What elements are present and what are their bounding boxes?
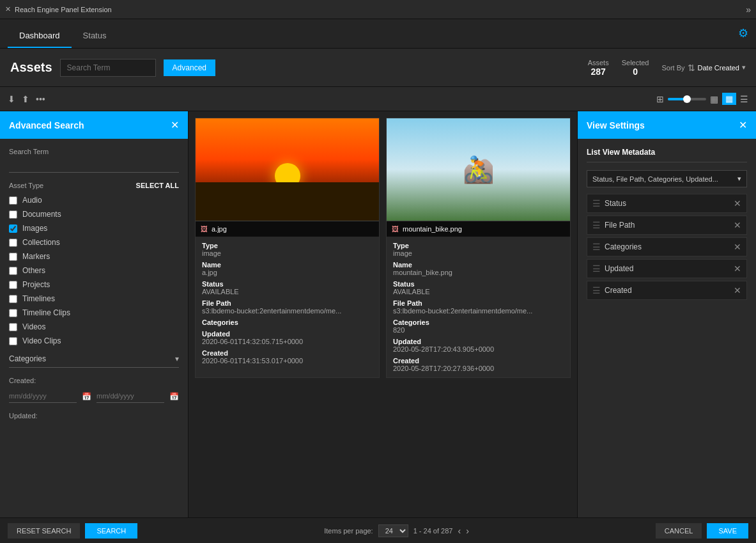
pagination-range: 1 - 24 of 287: [413, 527, 453, 535]
checkbox-timelines[interactable]: [9, 295, 17, 303]
download-icon[interactable]: ⬇: [8, 94, 15, 104]
created-from-calendar-icon[interactable]: 📅: [82, 392, 91, 401]
checkbox-documents[interactable]: [9, 210, 17, 219]
created-label: Created: [202, 349, 373, 357]
created-to-calendar-icon[interactable]: 📅: [169, 392, 179, 401]
list-item: ☰ Status ✕: [587, 194, 747, 213]
search-term-input[interactable]: [9, 158, 179, 173]
remove-metadata-button[interactable]: ✕: [734, 242, 741, 252]
table-row[interactable]: 🖼 a.jpg Type image Name a.jpg Status AVA…: [195, 118, 380, 378]
upload-icon[interactable]: ⬆: [22, 94, 29, 104]
drag-handle-icon[interactable]: ☰: [592, 242, 601, 252]
collapse-icon[interactable]: »: [746, 4, 751, 15]
checkbox-videos[interactable]: [9, 323, 17, 331]
save-button[interactable]: SAVE: [707, 523, 748, 539]
reset-search-button[interactable]: RESET SEARCH: [8, 523, 80, 539]
checkbox-label: Timeline Clips: [22, 308, 70, 317]
advanced-search-title: Advanced Search: [9, 120, 84, 130]
checkbox-collections[interactable]: [9, 239, 17, 247]
view-settings-close[interactable]: ✕: [739, 119, 747, 131]
checkbox-markers[interactable]: [9, 253, 17, 261]
status-value: AVAILABLE: [393, 288, 564, 295]
view-slider[interactable]: [668, 98, 706, 100]
list-item[interactable]: Collections: [9, 238, 179, 247]
metadata-dropdown[interactable]: Status, File Path, Categories, Updated..…: [587, 170, 747, 187]
list-item[interactable]: Others: [9, 266, 179, 275]
settings-icon[interactable]: ⚙: [738, 26, 748, 48]
list-view-button[interactable]: ☰: [740, 94, 748, 104]
advanced-search-header: Advanced Search ✕: [0, 111, 188, 139]
created-label: Created:: [9, 377, 179, 384]
assets-title: Assets: [10, 60, 52, 75]
toolbar-left: ⬇ ⬆ •••: [8, 94, 45, 104]
asset-type-header: Asset Type SELECT ALL: [9, 182, 179, 189]
list-item[interactable]: Videos: [9, 322, 179, 331]
list-item[interactable]: Audio: [9, 196, 179, 205]
remove-metadata-button[interactable]: ✕: [734, 264, 741, 274]
advanced-button[interactable]: Advanced: [164, 59, 215, 76]
asset-filename: a.jpg: [212, 225, 227, 233]
asset-thumbnail: [196, 118, 379, 221]
advanced-search-close[interactable]: ✕: [171, 119, 179, 131]
list-item[interactable]: Timeline Clips: [9, 308, 179, 317]
tab-status[interactable]: Status: [72, 24, 118, 48]
metadata-item-label: Categories: [605, 242, 730, 251]
list-item[interactable]: Projects: [9, 280, 179, 289]
bike-image: 🚵: [387, 118, 570, 221]
assets-header: Assets Advanced Assets 287 Selected 0 So…: [0, 49, 756, 87]
remove-metadata-button[interactable]: ✕: [734, 285, 741, 295]
drag-handle-icon[interactable]: ☰: [592, 198, 601, 209]
grid-small-icon[interactable]: ⊞: [656, 94, 664, 104]
advanced-search-panel: Advanced Search ✕ Search Term Asset Type…: [0, 111, 189, 517]
drag-handle-icon[interactable]: ☰: [592, 285, 601, 295]
checkbox-others[interactable]: [9, 267, 17, 275]
checkbox-video-clips[interactable]: [9, 337, 17, 345]
next-page-button[interactable]: ›: [466, 526, 469, 536]
drag-handle-icon[interactable]: ☰: [592, 220, 601, 230]
created-to-input[interactable]: [96, 390, 164, 403]
search-button[interactable]: SEARCH: [85, 523, 137, 539]
list-item: ☰ File Path ✕: [587, 216, 747, 235]
prev-page-button[interactable]: ‹: [458, 526, 461, 536]
updated-label: Updated: [202, 330, 373, 338]
assets-stats: Assets 287 Selected 0 Sort By ⇅ Date Cre…: [588, 59, 746, 77]
remove-metadata-button[interactable]: ✕: [734, 198, 741, 209]
grid-large-icon[interactable]: ▦: [710, 94, 718, 104]
list-item[interactable]: Markers: [9, 252, 179, 261]
categories-label: Categories: [202, 319, 373, 326]
filepath-value: s3:lbdemo-bucket:2entertainmentdemo/me..…: [202, 307, 373, 315]
list-item[interactable]: Timelines: [9, 294, 179, 303]
list-item[interactable]: Video Clips: [9, 336, 179, 345]
checkbox-audio[interactable]: [9, 196, 17, 205]
items-per-page-select[interactable]: 24 48 96: [378, 524, 408, 537]
bottom-left: RESET SEARCH SEARCH: [8, 523, 137, 539]
more-icon[interactable]: •••: [36, 94, 45, 104]
close-icon[interactable]: ✕: [5, 5, 11, 13]
checkbox-label: Documents: [22, 210, 61, 219]
tab-dashboard[interactable]: Dashboard: [8, 24, 72, 48]
filepath-value: s3:lbdemo-bucket:2entertainmentdemo/me..…: [393, 307, 564, 315]
created-from-input[interactable]: [9, 390, 77, 403]
sort-by-container[interactable]: Sort By ⇅ Date Created ▾: [661, 63, 746, 73]
checkbox-label: Video Clips: [22, 336, 61, 345]
table-row[interactable]: 🚵 🖼 mountain_bike.png Type image Name mo…: [386, 118, 571, 378]
updated-value: 2020-05-28T17:20:43.905+0000: [393, 345, 564, 353]
categories-dropdown[interactable]: Categories ▾: [9, 350, 179, 368]
drag-handle-icon[interactable]: ☰: [592, 264, 601, 274]
list-item[interactable]: Documents: [9, 210, 179, 219]
cancel-button[interactable]: CANCEL: [656, 523, 702, 539]
select-all-button[interactable]: SELECT ALL: [136, 182, 179, 189]
checkbox-images[interactable]: [9, 224, 17, 233]
checkbox-label: Images: [22, 224, 47, 233]
grid-view-button[interactable]: ▦: [722, 93, 736, 105]
app-title: Reach Engine Panel Extension: [15, 6, 112, 13]
remove-metadata-button[interactable]: ✕: [734, 220, 741, 230]
checkbox-timeline-clips[interactable]: [9, 309, 17, 317]
checkbox-projects[interactable]: [9, 281, 17, 289]
metadata-item-label: Created: [605, 286, 730, 295]
main-area: Advanced Search ✕ Search Term Asset Type…: [0, 111, 756, 517]
list-item[interactable]: Images: [9, 224, 179, 233]
type-value: image: [202, 249, 373, 257]
view-settings-panel: View Settings ✕ List View Metadata Statu…: [577, 111, 756, 517]
search-input[interactable]: [60, 59, 156, 77]
